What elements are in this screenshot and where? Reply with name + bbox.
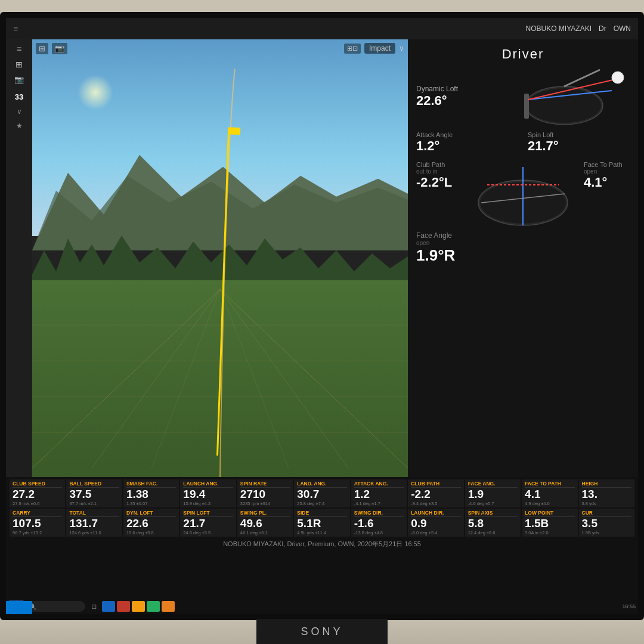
stat-low-point: LOW POINT 1.5B 3.0A in ±2.0 bbox=[522, 509, 577, 537]
stat-header: SWING PL. bbox=[240, 510, 290, 517]
stat-header: SPIN RATE bbox=[240, 481, 290, 488]
taskbar-btn-orange[interactable] bbox=[162, 601, 175, 612]
stat-sub: 1.9B yds bbox=[582, 530, 631, 535]
stat-sub: 3.0A in ±2.0 bbox=[525, 530, 574, 535]
dropdown-icon[interactable]: ∨ bbox=[399, 44, 404, 52]
sidebar-number: 33 bbox=[15, 92, 23, 101]
stat-header: BALL SPEED bbox=[69, 481, 119, 488]
stat-value: 107.5 bbox=[13, 518, 62, 530]
stat-sub: 37.7 m/s ±2.1 bbox=[69, 501, 119, 506]
stat-value: -1.6 bbox=[354, 518, 404, 530]
face-angle-label: Face Angle bbox=[416, 231, 630, 240]
view-toggle-icon[interactable]: ⊞⊡ bbox=[344, 44, 361, 54]
stat-sub: 15.9 deg ±4.2 bbox=[183, 501, 233, 506]
star-icon[interactable]: ★ bbox=[16, 122, 23, 130]
spin-loft-item: Spin Loft 21.7° bbox=[528, 131, 630, 154]
impact-selector[interactable]: Impact bbox=[364, 43, 395, 54]
stat-spin-loft: SPIN LOFT 21.7 24.6 deg ±5.5 bbox=[180, 509, 236, 537]
stat-header: ATTACK ANG. bbox=[354, 481, 404, 488]
stats-row-1: CLUB SPEED 27.2 27.9 m/s ±0.6 BALL SPEED… bbox=[10, 479, 634, 507]
stat-swing-dir: SWING DIR. -1.6 -13.8 deg ±4.8 bbox=[351, 509, 407, 537]
stat-dyn-loft: DYN. LOFT 22.6 19.6 deg ±5.8 bbox=[123, 509, 179, 537]
stat-value: 0.9 bbox=[411, 518, 460, 530]
taskbar-btn-yellow[interactable] bbox=[132, 601, 145, 612]
chevron-down-icon[interactable]: ∨ bbox=[17, 107, 22, 116]
stat-sub: 27.9 m/s ±0.6 bbox=[13, 501, 62, 506]
stat-swing-pl: SWING PL. 49.6 46.1 deg ±6.1 bbox=[237, 509, 293, 537]
grid-icon[interactable]: ⊞ bbox=[16, 60, 23, 69]
stat-value: 1.9 bbox=[468, 488, 518, 501]
taskbar-btn-green[interactable] bbox=[147, 601, 160, 612]
stats-bar: CLUB SPEED 27.2 27.9 m/s ±0.6 BALL SPEED… bbox=[6, 477, 638, 599]
attack-angle-value: 1.2° bbox=[416, 138, 518, 154]
stat-value: 2710 bbox=[240, 488, 290, 501]
stat-value: 1.5B bbox=[525, 518, 574, 530]
taskbar: ⊞ 🔍 ⊡ 16:55 bbox=[6, 599, 638, 614]
grid-view-icon[interactable]: ⊞ bbox=[36, 43, 48, 54]
attack-angle-item: Attack Angle 1.2° bbox=[416, 131, 518, 154]
course-toolbar: ⊞ 📷 bbox=[36, 43, 67, 54]
face-angle-section: Face Angle open 1.9°R bbox=[416, 231, 630, 265]
stat-club-path: CLUB PATH -2.2 -9.4 deg ±3.5 bbox=[408, 479, 463, 507]
hamburger-icon[interactable]: ≡ bbox=[13, 24, 18, 33]
stat-value: 49.6 bbox=[240, 518, 290, 530]
dynamic-loft-section: Dynamic Loft 22.6° bbox=[416, 67, 630, 126]
status-bar: NOBUKO MIYAZAKI, Driver, Premium, OWN, 2… bbox=[10, 538, 634, 550]
menu-icon[interactable]: ≡ bbox=[17, 44, 21, 54]
stat-total: TOTAL 131.7 124.6 yds ±11.0 bbox=[66, 509, 122, 537]
stat-sub: -4.6 deg ±5.7 bbox=[468, 501, 518, 506]
dynamic-loft-label: Dynamic Loft bbox=[416, 85, 512, 93]
spin-loft-value: 21.7° bbox=[528, 138, 630, 154]
stat-carry: CARRY 107.5 96.7 yds ±13.2 bbox=[10, 509, 65, 537]
stat-cur: CUR 3.5 1.9B yds bbox=[579, 509, 634, 537]
stat-sub: 124.6 yds ±11.0 bbox=[69, 530, 119, 535]
stat-sub: 4.9 deg ±4.0 bbox=[525, 501, 574, 506]
club-bottom-visual bbox=[469, 161, 577, 227]
stat-sub: 3235 rpm ±914 bbox=[240, 501, 290, 506]
main-content: ⊞ 📷 ⊞⊡ Impact ∨ Driver Dynamic Loft bbox=[32, 39, 638, 477]
stat-header: CARRY bbox=[13, 510, 62, 517]
stat-sub: -9.4 deg ±3.5 bbox=[411, 501, 460, 506]
stat-value: 1.38 bbox=[126, 488, 176, 501]
stat-sub: -4.1 deg ±1.7 bbox=[354, 501, 404, 506]
stat-value: 21.7 bbox=[183, 518, 233, 530]
stat-face-ang: FACE ANG. 1.9 -4.6 deg ±5.7 bbox=[465, 479, 521, 507]
stat-value: 5.1R bbox=[297, 518, 346, 530]
photo-icon[interactable]: 📷 bbox=[52, 43, 67, 54]
stat-header: SPIN LOFT bbox=[183, 510, 233, 517]
stat-value: 19.4 bbox=[183, 488, 233, 501]
task-view-icon[interactable]: ⊡ bbox=[87, 601, 100, 612]
svg-rect-15 bbox=[524, 94, 529, 119]
stat-header: LAUNCH DIR. bbox=[411, 510, 460, 517]
stat-side: SIDE 5.1R 4.5L yds ±11.4 bbox=[294, 509, 349, 537]
taskbar-btn-red[interactable] bbox=[117, 601, 130, 612]
stat-spin-axis: SPIN AXIS 5.8 12.4 deg ±6.6 bbox=[465, 509, 521, 537]
stat-sub: 19.6 deg ±5.8 bbox=[126, 530, 176, 535]
stat-value: 30.7 bbox=[297, 488, 346, 501]
stat-header: TOTAL bbox=[69, 510, 119, 517]
top-bar: ≡ NOBUKO MIYAZAKI Dr OWN bbox=[6, 18, 638, 39]
stat-face-to-path: FACE TO PATH 4.1 4.9 deg ±4.0 bbox=[522, 479, 577, 507]
camera-icon[interactable]: 📷 bbox=[14, 75, 24, 84]
search-box[interactable]: 🔍 bbox=[26, 601, 85, 612]
stat-value: 22.6 bbox=[126, 518, 176, 530]
stat-smash-fac: SMASH FAC. 1.38 1.35 ±0.07 bbox=[123, 479, 179, 507]
taskbar-right: 16:55 bbox=[622, 603, 636, 609]
attack-angle-label: Attack Angle bbox=[416, 131, 518, 138]
stat-sub: 1.35 ±0.07 bbox=[126, 501, 176, 506]
stat-sub: -13.8 deg ±4.8 bbox=[354, 530, 404, 535]
stat-ball-speed: BALL SPEED 37.5 37.7 m/s ±2.1 bbox=[66, 479, 122, 507]
face-angle-sublabel: open bbox=[416, 240, 630, 246]
face-angle-value: 1.9°R bbox=[416, 246, 630, 265]
panel-header: Driver bbox=[416, 47, 630, 62]
taskbar-btn-blue[interactable] bbox=[102, 601, 115, 612]
stat-sub: 25.8 deg ±7.4 bbox=[297, 501, 346, 506]
stat-sub: 3.8 yds bbox=[582, 501, 631, 506]
club-name: Driver bbox=[502, 47, 544, 61]
stat-value: 27.2 bbox=[13, 488, 62, 501]
stat-sub: 12.4 deg ±6.6 bbox=[468, 530, 518, 535]
stat-height: HEIGH 13. 3.8 yds bbox=[579, 479, 634, 507]
stat-value: 3.5 bbox=[582, 518, 631, 530]
svg-point-19 bbox=[612, 72, 624, 83]
club-head-side-visual bbox=[516, 67, 630, 126]
